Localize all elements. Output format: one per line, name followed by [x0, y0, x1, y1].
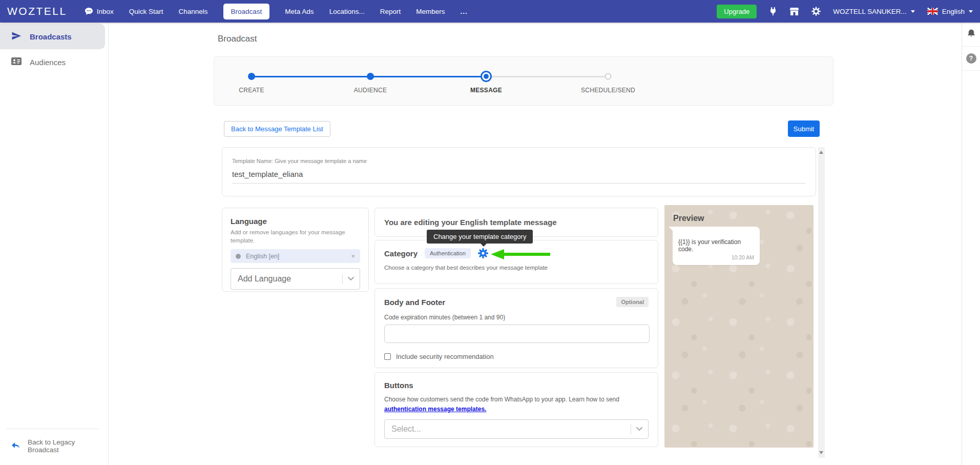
annotation-arrow-shaft: [503, 253, 550, 256]
buttons-card: Buttons Choose how customers send the co…: [374, 372, 658, 447]
nav-item-members[interactable]: Members: [416, 8, 445, 15]
gear-icon[interactable]: [811, 7, 821, 16]
security-recommendation-checkbox[interactable]: [384, 353, 391, 360]
editing-header-text: You are editing your English template me…: [384, 218, 556, 227]
step-label-audience[interactable]: AUDIENCE: [354, 87, 387, 94]
nav-item-meta-ads[interactable]: Meta Ads: [285, 8, 314, 15]
step-label-create[interactable]: CREATE: [239, 87, 264, 94]
add-language-placeholder: Add Language: [231, 274, 342, 284]
top-navbar: WOZTELL Inbox Quick Start Channels Broad…: [0, 0, 980, 23]
add-language-select[interactable]: Add Language: [231, 268, 360, 290]
security-recommendation-label[interactable]: Include security recommendation: [396, 353, 494, 360]
storefront-icon[interactable]: [789, 7, 799, 16]
scroll-down-arrow[interactable]: [819, 451, 823, 454]
category-badge: Authentication: [425, 248, 471, 258]
page-title: Broadcast: [218, 34, 257, 44]
annotation-arrow-head: [491, 249, 504, 259]
code-expiration-input[interactable]: [384, 325, 650, 343]
step-label-schedule[interactable]: SCHEDULE/SEND: [581, 87, 635, 94]
nav-item-report[interactable]: Report: [380, 8, 401, 15]
step-label-message[interactable]: MESSAGE: [470, 87, 502, 94]
template-name-input[interactable]: test_template_eliana: [232, 170, 806, 184]
buttons-select-placeholder: Select...: [385, 424, 631, 434]
remove-language-icon[interactable]: ×: [351, 252, 355, 260]
nav-item-channels[interactable]: Channels: [179, 8, 208, 15]
nav-item-label: Inbox: [97, 8, 114, 15]
buttons-description: Choose how customers send the code from …: [384, 395, 645, 414]
step-dot-message[interactable]: [481, 71, 492, 82]
code-expiration-label: Code expiration minutes (between 1 and 9…: [384, 314, 649, 321]
woztell-logo[interactable]: WOZTELL: [7, 5, 67, 17]
sidebar-item-audiences[interactable]: Audiences: [0, 49, 108, 75]
security-recommendation-row[interactable]: Include security recommendation: [384, 353, 649, 360]
language-card-title: Language: [231, 217, 360, 226]
selected-language-chip[interactable]: English [en] ×: [231, 249, 360, 263]
bell-icon: [967, 29, 976, 40]
broadcast-stepper: CREATE AUDIENCE MESSAGE SCHEDULE/SEND: [214, 56, 833, 106]
category-card: Category Authentication Choose a categor…: [374, 240, 658, 284]
step-dot-audience[interactable]: [367, 73, 374, 80]
language-card: Language Add or remove languages for you…: [222, 208, 369, 292]
help-button[interactable]: ?: [962, 47, 980, 71]
chevron-down-icon: [636, 427, 642, 431]
preview-message-text: {{1}} is your verification code.: [678, 238, 754, 253]
chevron-down-icon: [348, 277, 354, 281]
body-footer-title: Body and Footer: [384, 298, 445, 307]
buttons-description-text: Choose how customers send the code from …: [384, 396, 619, 403]
submit-button[interactable]: Submit: [788, 120, 820, 137]
account-name: WOZTELL SANUKER...: [833, 8, 907, 15]
category-caption: Choose a category that best describes yo…: [384, 265, 649, 271]
preview-title: Preview: [673, 214, 704, 223]
whatsapp-preview-panel: Preview {{1}} is your verification code.…: [664, 205, 814, 448]
navbar-right: Upgrade WOZTELL SANUKER... English: [717, 5, 973, 18]
select-divider: [342, 274, 343, 284]
nav-menu: Inbox Quick Start Channels Broadcast Met…: [85, 4, 468, 19]
step-dot-schedule[interactable]: [605, 73, 612, 80]
back-to-legacy-label: Back to Legacy Broadcast: [28, 438, 97, 454]
reply-arrow-icon: [11, 442, 20, 451]
language-card-description: Add or remove languages for your message…: [231, 229, 348, 245]
back-to-template-list-button[interactable]: Back to Message Template List: [224, 121, 330, 137]
caret-down-icon: [969, 10, 973, 13]
buttons-select[interactable]: Select...: [384, 419, 649, 439]
stepper-line-pending: [486, 76, 608, 77]
template-name-card: Template Name: Give your message templat…: [222, 147, 816, 196]
account-dropdown[interactable]: WOZTELL SANUKER...: [833, 8, 915, 15]
notifications-button[interactable]: [962, 23, 980, 47]
language-dropdown[interactable]: English: [927, 8, 973, 15]
sidebar-item-label: Audiences: [30, 58, 66, 67]
preview-message-time: 10:20 AM: [678, 254, 754, 260]
buttons-title: Buttons: [384, 381, 649, 390]
upgrade-button[interactable]: Upgrade: [717, 5, 757, 18]
help-icon: ?: [966, 53, 976, 64]
body-footer-card: Body and Footer Optional Code expiration…: [374, 288, 658, 368]
nav-item-inbox[interactable]: Inbox: [85, 7, 114, 15]
uk-flag-icon: [927, 8, 938, 15]
nav-item-locations[interactable]: Locations...: [329, 8, 365, 15]
paper-plane-icon: [11, 31, 22, 42]
change-category-gear-icon[interactable]: [478, 248, 488, 258]
auth-templates-link[interactable]: authentication message templates.: [384, 406, 486, 413]
category-tooltip: Change your template category: [427, 230, 533, 244]
chat-bubble-icon: [85, 7, 93, 15]
select-divider: [631, 424, 631, 434]
nav-item-overflow[interactable]: ...: [460, 8, 467, 15]
back-to-legacy-link[interactable]: Back to Legacy Broadcast: [0, 429, 108, 465]
language-status-dot: [236, 254, 241, 259]
optional-badge: Optional: [616, 297, 649, 307]
step-dot-create[interactable]: [248, 73, 255, 80]
scroll-up-arrow[interactable]: [819, 151, 823, 154]
plug-icon[interactable]: [769, 7, 777, 16]
category-title: Category: [384, 249, 418, 258]
main-content: Broadcast CREATE AUDIENCE MESSAGE SCHEDU…: [109, 23, 962, 465]
content-scrollbar[interactable]: [818, 147, 825, 458]
selected-language-label: English [en]: [246, 253, 279, 260]
language-label: English: [942, 8, 965, 15]
annotation-arrow: [491, 249, 550, 259]
caret-down-icon: [911, 10, 915, 13]
nav-item-broadcast[interactable]: Broadcast: [223, 4, 270, 19]
sidebar-item-label: Broadcasts: [30, 32, 72, 41]
sidebar-item-broadcasts[interactable]: Broadcasts: [0, 24, 105, 49]
nav-item-quick-start[interactable]: Quick Start: [129, 8, 163, 15]
preview-message-bubble: {{1}} is your verification code. 10:20 A…: [673, 227, 760, 265]
